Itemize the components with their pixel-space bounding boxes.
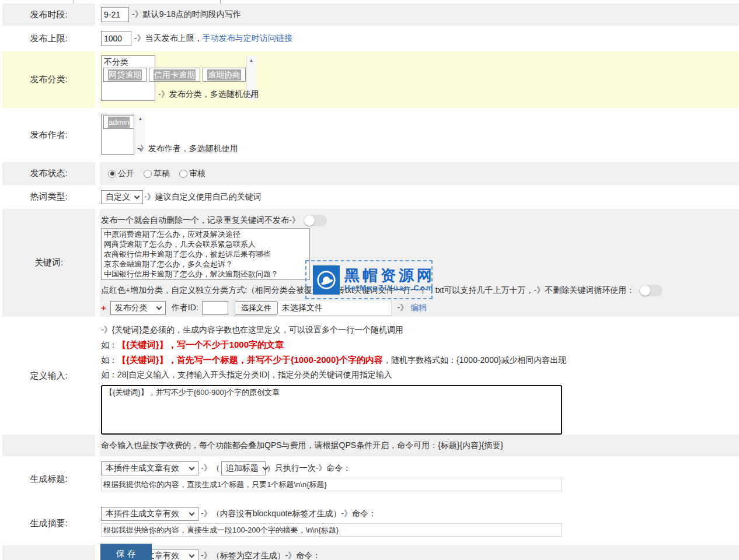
gen-title-command-input[interactable]: 根据我提供给你的内容，直接生成1个标题，只要1个标题\n\n{标题} bbox=[101, 478, 562, 491]
watermark-subtitle: HeiMaoZiYuan.Com bbox=[344, 284, 435, 292]
file-upload-control[interactable]: 选择文件 未选择文件 bbox=[233, 300, 392, 316]
category-option-selected[interactable]: 逾期协商 bbox=[203, 68, 246, 82]
black-hat-logo-icon bbox=[313, 265, 340, 295]
keyword-loop-toggle[interactable] bbox=[639, 285, 663, 296]
chevron-down-icon bbox=[156, 304, 162, 310]
define-input-label: 定义输入: bbox=[2, 317, 95, 435]
keyword-line: 中原消费逾期了怎么办，应对及解决途径 bbox=[104, 229, 307, 239]
publish-category-hint: -》发布分类，多选随机使用 bbox=[158, 89, 259, 100]
gen-summary-command-input[interactable]: 根据我提供给你的内容，直接生成一段100-200个字的摘要，\n\n{标题} bbox=[101, 523, 562, 537]
input-edge-fragment bbox=[74, 0, 74, 4]
keyword-category-select[interactable]: 发布分类 bbox=[110, 301, 166, 315]
publish-time-label: 发布时段: bbox=[2, 4, 95, 26]
define-line-4: 如：28|自定义输入，支持输入开头指定分类ID|，指定分类的关键词使用指定输入 bbox=[101, 368, 392, 382]
radio-checked-icon[interactable] bbox=[108, 170, 116, 178]
author-listbox[interactable]: admin ▲ ▼ bbox=[101, 114, 134, 155]
author-id-label: 作者ID: bbox=[172, 303, 198, 313]
publish-limit-hint: -》当天发布上限， bbox=[134, 33, 203, 44]
row-command-note: 命令输入也是按字收费的，每个功能都会叠加QPS与费用，请根据QPS条件开启，命令… bbox=[0, 435, 739, 456]
chevron-down-icon bbox=[189, 465, 195, 471]
radio-public[interactable]: 公开 bbox=[108, 169, 134, 179]
command-note-text: 命令输入也是按字收费的，每个功能都会叠加QPS与费用，请根据QPS条件开启，命令… bbox=[101, 440, 503, 451]
gen-title-append-select[interactable]: 追加标题 bbox=[221, 461, 266, 475]
publish-author-label: 发布作者: bbox=[2, 108, 95, 162]
row-gen-summary: 生成摘要: 本插件生成文章有效 -》（内容没有blockquote标签才生成）-… bbox=[0, 502, 739, 545]
gen-summary-label: 生成摘要: bbox=[2, 502, 95, 545]
file-status-text: 未选择文件 bbox=[282, 303, 323, 313]
category-option[interactable]: 不分类 bbox=[103, 57, 246, 68]
define-line-2: 如：【{关键词}】，写一个不少于1000字的文章 bbox=[101, 337, 284, 352]
category-option-selected[interactable]: 信用卡逾期 bbox=[149, 68, 200, 82]
publish-category-label: 发布分类: bbox=[2, 51, 95, 108]
keyword-line: 京东金融逾期了怎么办，多久会起诉？ bbox=[104, 259, 307, 269]
keywords-toggle-text: 发布一个就会自动删除一个，记录重复关键词不发布-》 bbox=[101, 215, 300, 226]
author-id-input[interactable] bbox=[202, 301, 228, 315]
keywords-list-box[interactable]: 中原消费逾期了怎么办，应对及解决途径 网商贷逾期了怎么办，几天会联系紧急联系人 … bbox=[101, 228, 310, 280]
category-listbox[interactable]: 不分类 网贷逾期 信用卡逾期 逾期协商 ▲ ▼ bbox=[101, 55, 155, 101]
gen-summary-mode-select[interactable]: 本插件生成文章有效 bbox=[101, 507, 198, 521]
keyword-line: 网商贷逾期了怎么办，几天会联系紧急联系人 bbox=[104, 239, 307, 249]
publish-time-input[interactable] bbox=[101, 7, 129, 22]
row-hotword-type: 热词类型: 自定义 -》建议自定义使用自己的关键词 bbox=[0, 185, 739, 209]
publish-limit-input[interactable] bbox=[101, 31, 131, 46]
row-publish-status: 发布状态: 公开 草稿 审核 bbox=[0, 162, 739, 185]
watermark-title: 黑帽资源网 bbox=[344, 268, 435, 283]
define-line-1: -》{关键词}是必须的，生成内容字数也在这里定义，可以设置多个一行一个随机调用 bbox=[101, 323, 403, 337]
gen-title-label: 生成标题: bbox=[2, 456, 95, 502]
dedupe-toggle[interactable] bbox=[304, 215, 327, 226]
define-line-2-red: 【{关键词}】，写一个不少于1000字的文章 bbox=[117, 340, 284, 349]
publish-time-hint: -》默认9-18点的时间段内写作 bbox=[132, 9, 241, 20]
edit-arrow-text: -》 bbox=[398, 303, 409, 313]
define-line-3-red: 【{关键词}】，首先写一个标题，并写不少于{1000-2000}个字的内容 bbox=[117, 355, 383, 365]
radio-draft[interactable]: 草稿 bbox=[144, 169, 170, 179]
hotword-type-select[interactable]: 自定义 bbox=[101, 190, 143, 204]
watermark-box: 黑帽资源网 HeiMaoZiYuan.Com bbox=[305, 260, 433, 299]
keywords-label: 关键词: bbox=[2, 209, 95, 317]
choose-file-button[interactable]: 选择文件 bbox=[235, 301, 278, 315]
scroll-up-icon[interactable]: ▲ bbox=[249, 58, 254, 63]
row-publish-author: 发布作者: admin ▲ ▼ -》发布作者，多选随机使用 bbox=[0, 108, 739, 162]
define-line-3: 如：【{关键词}】，首先写一个标题，并写不少于{1000-2000}个字的内容，… bbox=[101, 352, 566, 368]
row-publish-category: 发布分类: 不分类 网贷逾期 信用卡逾期 逾期协商 ▲ ▼ -》发布分类，多选随… bbox=[0, 51, 739, 108]
radio-icon[interactable] bbox=[179, 170, 187, 178]
publish-status-label: 发布状态: bbox=[2, 162, 95, 185]
add-category-plus-icon[interactable]: + bbox=[101, 303, 106, 313]
radio-icon[interactable] bbox=[144, 170, 152, 178]
chevron-down-icon bbox=[189, 552, 195, 558]
keyword-line: 中国银行信用卡逾期了怎么办，解决逾期还款问题？ bbox=[104, 269, 307, 279]
hotword-type-hint: -》建议自定义使用自己的关键词 bbox=[144, 192, 262, 202]
hotword-type-label: 热词类型: bbox=[2, 185, 95, 209]
chevron-down-icon bbox=[134, 193, 140, 199]
gen-title-mode-select[interactable]: 本插件生成文章有效 bbox=[101, 461, 198, 475]
row-publish-limit: 发布上限: -》当天发布上限，手动发布与定时访问链接 bbox=[0, 26, 739, 51]
save-button[interactable]: 保 存 bbox=[100, 544, 152, 560]
publish-limit-label: 发布上限: bbox=[2, 26, 95, 51]
radio-review[interactable]: 审核 bbox=[179, 169, 205, 179]
gen-tag-note: -》（标签为空才生成）-》命令： bbox=[201, 551, 320, 560]
manual-publish-link[interactable]: 手动发布与定时访问链接 bbox=[203, 33, 292, 44]
publish-author-hint: -》发布作者，多选随机使用 bbox=[137, 144, 238, 154]
chevron-down-icon bbox=[189, 510, 195, 516]
row-define-input: 定义输入: -》{关键词}是必须的，生成内容字数也在这里定义，可以设置多个一行一… bbox=[0, 317, 739, 435]
category-option-selected[interactable]: 网贷逾期 bbox=[103, 68, 147, 82]
author-option-selected[interactable]: admin bbox=[103, 115, 134, 129]
keyword-line: 农商银行信用卡逾期了怎么办，被起诉后果有哪些 bbox=[104, 249, 307, 259]
row-gen-title: 生成标题: 本插件生成文章有效 -》（ 追加标题 ）只执行一次-》命令： 根据我… bbox=[0, 456, 739, 502]
scroll-up-icon[interactable]: ▲ bbox=[138, 116, 142, 121]
row-publish-time: 发布时段: -》默认9-18点的时间段内写作 bbox=[0, 4, 739, 26]
define-input-textarea[interactable]: 【{关键词}】，并写不少于{600-900}个字的原创文章 bbox=[101, 385, 562, 435]
edit-link[interactable]: 编辑 bbox=[410, 303, 427, 313]
publish-status-group: 公开 草稿 审核 bbox=[108, 169, 205, 179]
